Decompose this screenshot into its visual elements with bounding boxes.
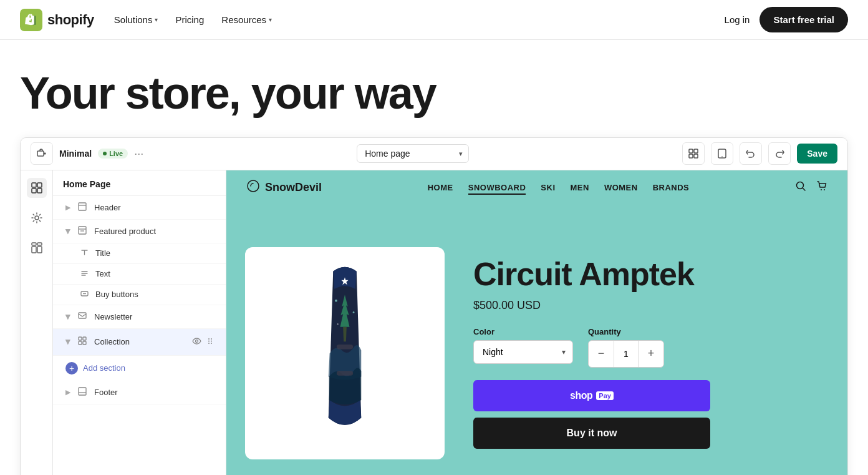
svg-point-37 (211, 340, 212, 341)
color-select[interactable]: Night Day (473, 340, 573, 364)
shopify-logo[interactable]: shopify (20, 9, 94, 31)
shoppay-button[interactable]: shop Pay (473, 380, 710, 411)
preview-cart-icon[interactable] (816, 180, 827, 195)
svg-rect-5 (694, 154, 698, 158)
editor-topbar-center: Home page About Contact Products ▾ (357, 144, 469, 163)
nav-resources[interactable]: Resources ▾ (221, 14, 272, 25)
header-chevron-icon: ▶ (65, 203, 70, 212)
preview-product-content: Circuit Amptek $500.00 USD Color Night D… (226, 205, 847, 475)
editor-preview: SnowDevil HOME SNOWBOARD SKI MEN WOMEN B… (226, 170, 847, 475)
eye-icon (192, 336, 201, 346)
footer-chevron-icon: ▶ (65, 388, 70, 396)
preview-nav-ski[interactable]: SKI (541, 183, 555, 192)
snowboard-illustration (307, 260, 382, 447)
sidebar-sections-icon[interactable] (27, 178, 47, 198)
preview-product-title: Circuit Amptek (473, 257, 817, 291)
buy-it-now-button[interactable]: Buy it now (473, 418, 710, 449)
start-trial-button[interactable]: Start free trial (760, 7, 848, 32)
editor-topbar-left: Minimal Live ··· (31, 142, 143, 165)
quantity-decrease-button[interactable]: − (589, 341, 614, 367)
add-section-plus-icon: + (65, 362, 78, 375)
nav-left: shopify Solutions ▾ Pricing Resources ▾ (20, 9, 272, 31)
svg-rect-28 (79, 337, 82, 340)
sidebar-apps-icon[interactable] (27, 238, 47, 258)
nav-pricing[interactable]: Pricing (175, 14, 204, 25)
sidebar-subitem-text[interactable]: Text (53, 264, 226, 285)
svg-point-44 (824, 189, 825, 190)
svg-rect-4 (689, 154, 693, 158)
sidebar-section-title: Home Page (53, 170, 226, 196)
editor-back-button[interactable] (31, 142, 53, 165)
preview-product-info: Circuit Amptek $500.00 USD Color Night D… (463, 205, 847, 475)
page-select[interactable]: Home page About Contact Products (357, 144, 469, 163)
preview-nav-women[interactable]: WOMEN (604, 183, 638, 192)
sidebar-main-content: Home Page ▶ Header ▶ (53, 170, 226, 475)
preview-nav-snowboard[interactable]: SNOWBOARD (468, 183, 526, 192)
svg-rect-10 (32, 189, 36, 193)
newsletter-chevron-icon: ▶ (64, 314, 72, 319)
svg-line-42 (803, 189, 805, 191)
sidebar-subitem-title[interactable]: Title (53, 243, 226, 264)
svg-point-34 (208, 340, 210, 341)
undo-icon (746, 149, 756, 159)
svg-rect-29 (83, 337, 86, 340)
buy-buttons-icon (80, 290, 90, 300)
live-dot-icon (103, 152, 107, 155)
login-button[interactable]: Log in (725, 14, 750, 25)
editor-more-button[interactable]: ··· (134, 147, 143, 160)
quantity-value: 1 (614, 341, 639, 367)
collection-section-icon (78, 336, 89, 347)
newsletter-section-icon (78, 311, 89, 322)
live-badge: Live (98, 149, 128, 159)
drag-handle-icon (206, 337, 215, 345)
sidebar-item-collection[interactable]: ▶ Collection (53, 329, 226, 356)
undo-button[interactable] (740, 142, 762, 165)
svg-point-36 (211, 338, 212, 340)
text-icon (80, 269, 90, 279)
preview-nav-icons (795, 180, 827, 195)
svg-point-32 (196, 340, 198, 342)
sidebar-item-newsletter[interactable]: ▶ Newsletter (53, 305, 226, 329)
preview-store-nav-links: HOME SNOWBOARD SKI MEN WOMEN BRANDS (428, 183, 690, 192)
collection-visibility-button[interactable] (191, 335, 203, 349)
sidebar-item-footer[interactable]: ▶ Footer (53, 381, 226, 404)
svg-rect-11 (37, 189, 42, 193)
preview-nav-men[interactable]: MEN (571, 183, 589, 192)
grid-view-button[interactable] (682, 142, 705, 165)
sidebar-subitem-buy-buttons[interactable]: Buy buttons (53, 285, 226, 305)
svg-rect-48 (337, 345, 353, 350)
preview-product-options: Color Night Day ▾ (473, 327, 817, 368)
grid-icon (688, 149, 698, 159)
svg-rect-14 (37, 243, 42, 245)
top-navigation: shopify Solutions ▾ Pricing Resources ▾ … (0, 0, 868, 40)
svg-rect-3 (694, 149, 698, 153)
mobile-view-button[interactable] (711, 142, 733, 165)
sidebar-item-featured-product[interactable]: ▶ Featured product (53, 220, 226, 243)
svg-point-41 (796, 182, 803, 189)
preview-nav-brands[interactable]: BRANDS (653, 183, 690, 192)
quantity-increase-button[interactable]: + (639, 341, 663, 367)
save-button[interactable]: Save (797, 144, 837, 164)
preview-nav-home[interactable]: HOME (428, 183, 453, 192)
collection-drag-button[interactable] (205, 335, 216, 349)
svg-rect-1 (37, 151, 44, 156)
preview-product-price: $500.00 USD (473, 299, 817, 312)
sidebar-icon-column (21, 170, 53, 475)
add-section-button[interactable]: + Add section (53, 356, 226, 381)
svg-rect-27 (79, 313, 86, 318)
svg-point-12 (35, 216, 39, 220)
preview-quantity-option: Quantity − 1 + (588, 327, 664, 368)
page-select-wrapper: Home page About Contact Products ▾ (357, 144, 469, 163)
preview-search-icon[interactable] (795, 180, 806, 195)
svg-rect-31 (83, 341, 86, 345)
svg-rect-30 (79, 341, 82, 345)
sidebar-customize-icon[interactable] (27, 208, 47, 228)
nav-solutions[interactable]: Solutions ▾ (114, 14, 158, 25)
sidebar-item-header[interactable]: ▶ Header (53, 196, 226, 220)
redo-button[interactable] (768, 142, 791, 165)
featured-chevron-icon: ▶ (64, 228, 72, 233)
preview-content-area: SnowDevil HOME SNOWBOARD SKI MEN WOMEN B… (226, 170, 847, 475)
color-label: Color (473, 327, 573, 336)
svg-rect-49 (337, 371, 353, 376)
preview-store-logo: SnowDevil (246, 179, 322, 196)
